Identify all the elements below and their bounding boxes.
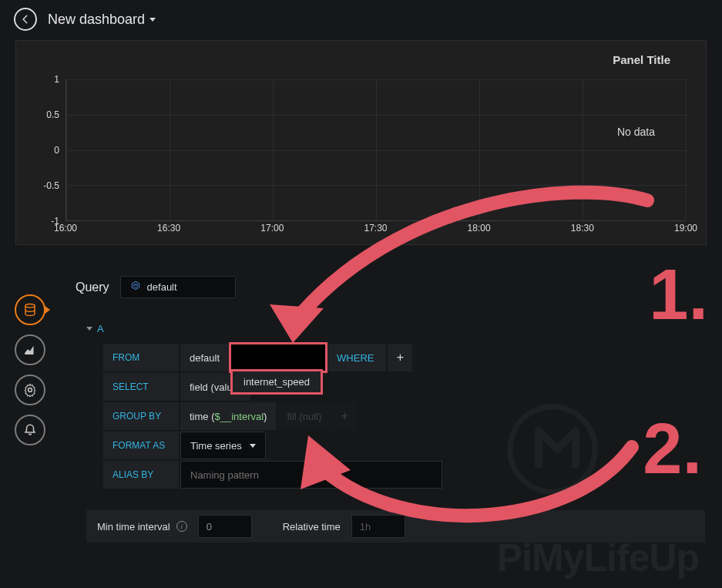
y-tick: 0.5 [46, 109, 59, 120]
y-tick: -0.5 [43, 180, 59, 191]
dashboard-title-dropdown[interactable]: New dashboard [48, 12, 156, 28]
x-tick: 18:00 [468, 223, 491, 234]
chart: 1 0.5 0 -0.5 -1 No data 16:00 16:30 17:0… [36, 79, 686, 221]
query-editor: Query default A FROM default WHERE + SEL… [59, 262, 722, 559]
x-tick: 17:30 [364, 223, 387, 234]
panel: Panel Title 1 0.5 0 -0.5 -1 No data 16:0… [15, 40, 707, 245]
back-button[interactable] [14, 8, 37, 31]
x-tick: 19:00 [674, 223, 697, 234]
database-hex-icon [130, 281, 141, 294]
datasource-picker[interactable]: default [120, 276, 236, 298]
relative-time-input[interactable]: 1h [351, 515, 405, 538]
arrow-left-icon [20, 14, 31, 25]
aliasby-label: ALIAS BY [103, 461, 179, 489]
caret-down-icon [86, 327, 92, 331]
query-row-toggle[interactable]: A [86, 315, 705, 344]
from-policy-segment[interactable]: default [180, 344, 229, 371]
query-letter: A [97, 323, 104, 334]
from-measurement-segment[interactable] [230, 344, 326, 371]
plot-area: No data [65, 79, 686, 221]
where-add-button[interactable]: + [388, 344, 412, 371]
where-label-segment[interactable]: WHERE [327, 344, 386, 371]
groupby-label: GROUP BY [103, 402, 179, 430]
x-axis: 16:00 16:30 17:00 17:30 18:00 18:30 19:0… [65, 223, 686, 238]
formatas-label: FORMAT AS [103, 432, 179, 459]
panel-title: Panel Title [613, 53, 670, 66]
relative-time-label: Relative time [274, 521, 350, 533]
info-icon[interactable]: i [176, 521, 187, 532]
groupby-time-segment[interactable]: time ($__interval) [180, 402, 276, 430]
caret-down-icon [149, 18, 156, 22]
formatas-select[interactable]: Time series [180, 432, 266, 459]
y-tick: 1 [54, 74, 59, 85]
x-tick: 17:00 [260, 223, 284, 234]
database-icon [23, 303, 37, 317]
y-tick: 0 [54, 145, 59, 156]
svg-point-1 [29, 388, 32, 392]
tab-queries[interactable] [15, 294, 45, 325]
query-options-bar: Min time interval i 0 Relative time 1h [86, 510, 705, 543]
editor-section-title: Query [76, 281, 109, 294]
tab-visualization[interactable] [15, 334, 45, 365]
groupby-add-button[interactable]: + [332, 402, 357, 430]
dashboard-title-text: New dashboard [48, 12, 145, 28]
measurement-suggestion[interactable]: internet_speed [233, 371, 321, 392]
datasource-name: default [147, 281, 177, 293]
gear-icon [23, 383, 37, 397]
y-axis: 1 0.5 0 -0.5 -1 [36, 79, 64, 221]
x-tick: 18:30 [571, 223, 594, 234]
svg-point-0 [25, 304, 35, 308]
min-interval-input[interactable]: 0 [198, 515, 252, 538]
tab-alert[interactable] [15, 415, 45, 445]
groupby-fill-segment[interactable]: fill (null) [277, 402, 331, 430]
select-label: SELECT [103, 373, 179, 401]
tab-general[interactable] [15, 375, 45, 405]
no-data-label: No data [617, 126, 655, 138]
x-tick: 16:00 [54, 223, 77, 234]
svg-point-2 [133, 284, 137, 285]
x-tick: 16:30 [157, 223, 180, 234]
min-interval-label: Min time interval i [88, 521, 196, 533]
chart-icon [23, 343, 37, 357]
aliasby-input[interactable]: Naming pattern [180, 461, 442, 489]
bell-icon [23, 423, 37, 437]
editor-side-tabs [14, 290, 46, 450]
caret-down-icon [250, 444, 256, 448]
from-label: FROM [103, 344, 179, 371]
